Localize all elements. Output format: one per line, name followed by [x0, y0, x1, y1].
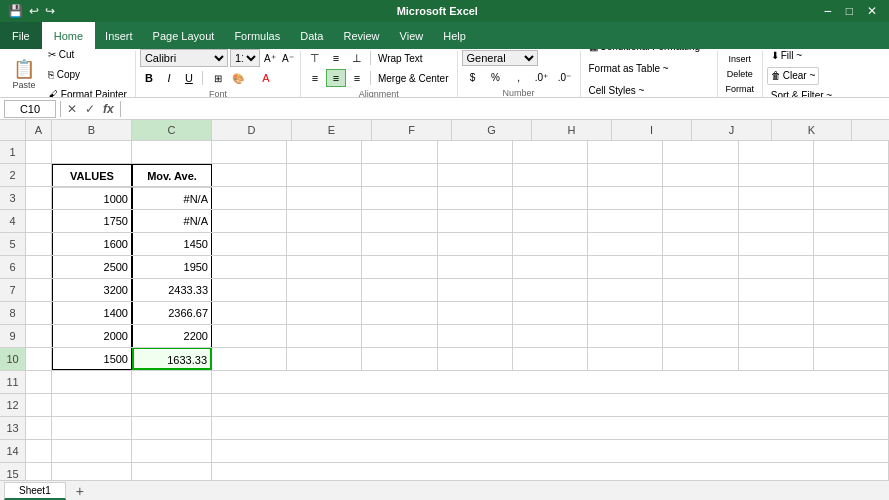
- cell-i1[interactable]: [588, 141, 663, 163]
- cell-c10[interactable]: 1633.33: [132, 348, 212, 370]
- cell-a3[interactable]: [26, 187, 52, 209]
- cell-j2[interactable]: [663, 164, 738, 186]
- cell-g2[interactable]: [438, 164, 513, 186]
- currency-button[interactable]: $: [462, 68, 484, 86]
- tab-home[interactable]: Home: [42, 22, 95, 49]
- row-header[interactable]: 4: [0, 210, 26, 232]
- cell-styles-button[interactable]: Cell Styles ~: [585, 80, 649, 98]
- cell-b5[interactable]: 1600: [52, 233, 132, 255]
- cell-j1[interactable]: [663, 141, 738, 163]
- cell-i10[interactable]: [588, 348, 663, 370]
- cell-a13[interactable]: [26, 417, 52, 439]
- cell-l10[interactable]: [814, 348, 889, 370]
- row-header[interactable]: 9: [0, 325, 26, 347]
- quick-save-icon[interactable]: 💾: [8, 4, 23, 18]
- row-header[interactable]: 13: [0, 417, 26, 439]
- cell-d14[interactable]: [212, 440, 889, 462]
- quick-redo-icon[interactable]: ↪: [45, 4, 55, 18]
- align-center-button[interactable]: ≡: [326, 69, 346, 87]
- insert-cells-button[interactable]: Insert: [722, 52, 758, 66]
- cell-h2[interactable]: [513, 164, 588, 186]
- tab-review[interactable]: Review: [333, 22, 389, 49]
- cell-f6[interactable]: [362, 256, 437, 278]
- cell-h5[interactable]: [513, 233, 588, 255]
- tab-file[interactable]: File: [0, 22, 42, 49]
- cell-i7[interactable]: [588, 279, 663, 301]
- cell-h9[interactable]: [513, 325, 588, 347]
- borders-button[interactable]: ⊞: [207, 69, 229, 87]
- cell-d4[interactable]: [212, 210, 287, 232]
- decrease-font-button[interactable]: A⁻: [280, 50, 296, 66]
- col-header-g[interactable]: G: [452, 120, 532, 140]
- cell-d8[interactable]: [212, 302, 287, 324]
- cell-c4[interactable]: #N/A: [132, 210, 212, 232]
- cell-b2[interactable]: VALUES: [52, 164, 132, 186]
- cut-button[interactable]: ✂ Cut: [44, 49, 131, 63]
- wrap-text-button[interactable]: Wrap Text: [374, 49, 427, 67]
- align-left-button[interactable]: ≡: [305, 69, 325, 87]
- col-header-l[interactable]: L: [852, 120, 889, 140]
- cell-d6[interactable]: [212, 256, 287, 278]
- cell-l1[interactable]: [814, 141, 889, 163]
- col-header-a[interactable]: A: [26, 120, 52, 140]
- cell-e8[interactable]: [287, 302, 362, 324]
- cell-h8[interactable]: [513, 302, 588, 324]
- cell-f7[interactable]: [362, 279, 437, 301]
- cell-i3[interactable]: [588, 187, 663, 209]
- cell-a4[interactable]: [26, 210, 52, 232]
- cell-c7[interactable]: 2433.33: [132, 279, 212, 301]
- name-box[interactable]: [4, 100, 56, 118]
- minimize-icon[interactable]: −: [820, 3, 836, 19]
- maximize-icon[interactable]: □: [842, 4, 857, 18]
- cell-l4[interactable]: [814, 210, 889, 232]
- cell-k2[interactable]: [739, 164, 814, 186]
- quick-undo-icon[interactable]: ↩: [29, 4, 39, 18]
- cell-h10[interactable]: [513, 348, 588, 370]
- cell-e2[interactable]: [287, 164, 362, 186]
- cell-j8[interactable]: [663, 302, 738, 324]
- cell-b10[interactable]: 1500: [52, 348, 132, 370]
- function-icon[interactable]: fx: [101, 102, 116, 116]
- cell-b12[interactable]: [52, 394, 132, 416]
- decrease-decimal-button[interactable]: .0⁻: [554, 68, 576, 86]
- cell-f10[interactable]: [362, 348, 437, 370]
- cell-f4[interactable]: [362, 210, 437, 232]
- cell-a12[interactable]: [26, 394, 52, 416]
- col-header-j[interactable]: J: [692, 120, 772, 140]
- increase-font-button[interactable]: A⁺: [262, 50, 278, 66]
- cell-b13[interactable]: [52, 417, 132, 439]
- cell-d13[interactable]: [212, 417, 889, 439]
- delete-cells-button[interactable]: Delete: [722, 67, 758, 81]
- new-sheet-button[interactable]: +: [68, 482, 92, 486]
- cell-k7[interactable]: [739, 279, 814, 301]
- row-header[interactable]: 7: [0, 279, 26, 301]
- cell-l7[interactable]: [814, 279, 889, 301]
- cell-b8[interactable]: 1400: [52, 302, 132, 324]
- cell-f3[interactable]: [362, 187, 437, 209]
- cell-b3[interactable]: 1000: [52, 187, 132, 209]
- format-painter-button[interactable]: 🖌 Format Painter: [44, 85, 131, 98]
- cell-a5[interactable]: [26, 233, 52, 255]
- cell-c2[interactable]: Mov. Ave.: [132, 164, 212, 186]
- row-header[interactable]: 14: [0, 440, 26, 462]
- cell-a8[interactable]: [26, 302, 52, 324]
- cell-j3[interactable]: [663, 187, 738, 209]
- cell-c8[interactable]: 2366.67: [132, 302, 212, 324]
- cell-k6[interactable]: [739, 256, 814, 278]
- cell-h3[interactable]: [513, 187, 588, 209]
- number-format-selector[interactable]: General: [462, 50, 538, 66]
- cell-l3[interactable]: [814, 187, 889, 209]
- increase-decimal-button[interactable]: .0⁺: [531, 68, 553, 86]
- row-header[interactable]: 3: [0, 187, 26, 209]
- cell-c3[interactable]: #N/A: [132, 187, 212, 209]
- cell-l2[interactable]: [814, 164, 889, 186]
- cell-k9[interactable]: [739, 325, 814, 347]
- align-middle-button[interactable]: ≡: [326, 49, 346, 67]
- cell-a14[interactable]: [26, 440, 52, 462]
- cell-e4[interactable]: [287, 210, 362, 232]
- cell-b14[interactable]: [52, 440, 132, 462]
- cell-c12[interactable]: [132, 394, 212, 416]
- cell-g6[interactable]: [438, 256, 513, 278]
- cell-g5[interactable]: [438, 233, 513, 255]
- cell-e9[interactable]: [287, 325, 362, 347]
